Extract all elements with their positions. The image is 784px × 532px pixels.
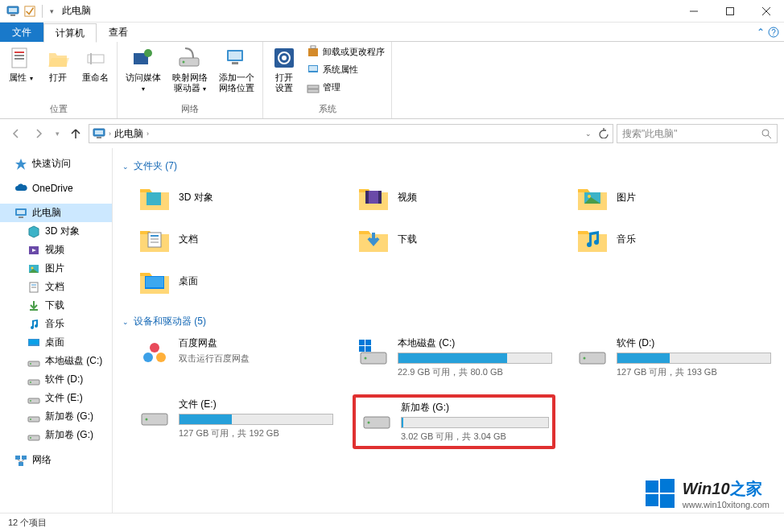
svg-rect-34 [97, 137, 101, 138]
sidebar-item[interactable]: 音乐 [0, 315, 112, 333]
rename-button[interactable]: 重命名 [77, 43, 113, 85]
svg-rect-91 [646, 480, 658, 493]
drive-subtext: 127 GB 可用，共 193 GB [617, 366, 771, 378]
svg-rect-5 [726, 7, 733, 14]
chevron-down-icon: ⌄ [122, 163, 129, 171]
search-input[interactable]: 搜索"此电脑" [617, 124, 778, 143]
folder-icon [575, 223, 610, 255]
properties-button[interactable]: 属性 ▾ [3, 43, 39, 85]
sidebar-item[interactable]: 文档 [0, 278, 112, 296]
folder-item[interactable]: 3D 对象 [134, 178, 336, 217]
svg-rect-84 [365, 346, 371, 352]
sidebar-item-label: 新加卷 (G:) [45, 410, 93, 423]
sidebar-item-label: 桌面 [45, 336, 64, 349]
folder-item[interactable]: 文档 [134, 220, 336, 258]
sidebar-item-network[interactable]: 网络 [0, 451, 112, 469]
tab-computer[interactable]: 计算机 [43, 23, 97, 43]
minimize-button[interactable] [675, 0, 712, 23]
access-media-button[interactable]: 访问媒体▾ [121, 43, 166, 95]
sidebar-item[interactable]: 下载 [0, 296, 112, 315]
drive-subtext: 127 GB 可用，共 192 GB [179, 427, 333, 439]
uninstall-button[interactable]: 卸载或更改程序 [303, 43, 388, 60]
add-network-location-button[interactable]: 添加一个 网络位置 [214, 43, 259, 95]
drive-item[interactable]: 软件 (D:)127 GB 可用，共 193 GB [571, 333, 774, 381]
folder-item[interactable]: 下载 [353, 220, 555, 258]
tab-file[interactable]: 文件 [0, 23, 43, 42]
sidebar-item[interactable]: 3D 对象 [0, 222, 112, 241]
svg-rect-66 [365, 191, 369, 204]
item-icon [27, 392, 40, 405]
svg-rect-70 [148, 233, 161, 247]
drive-name: 文件 (E:) [179, 398, 333, 411]
folder-item[interactable]: 图片 [571, 178, 774, 217]
breadcrumb-thispc[interactable]: 此电脑 [114, 127, 143, 141]
folder-item[interactable]: 桌面 [134, 262, 336, 300]
folder-label: 3D 对象 [179, 191, 213, 204]
navigation-pane: 快速访问 OneDrive 此电脑 3D 对象视频图片文档下载音乐桌面本地磁盘 … [0, 148, 113, 513]
drive-item[interactable]: 文件 (E:)127 GB 可用，共 192 GB [134, 394, 336, 449]
sidebar-item[interactable]: 软件 (D:) [0, 370, 112, 389]
qat-checkbox-icon[interactable] [21, 2, 39, 20]
drive-item[interactable]: 本地磁盘 (C:)22.9 GB 可用，共 80.0 GB [353, 333, 555, 381]
sidebar-item-thispc[interactable]: 此电脑 [0, 204, 112, 222]
sidebar-item[interactable]: 新加卷 (G:) [0, 426, 112, 444]
drive-item[interactable]: 新加卷 (G:)3.02 GB 可用，共 3.04 GB [353, 394, 555, 449]
svg-rect-60 [22, 456, 27, 460]
close-button[interactable] [748, 0, 784, 23]
thispc-icon [14, 207, 27, 220]
svg-point-56 [30, 419, 31, 420]
sidebar-item[interactable]: 文件 (E:) [0, 389, 112, 407]
folder-item[interactable]: 音乐 [571, 220, 774, 258]
sidebar-item[interactable]: 桌面 [0, 333, 112, 352]
item-icon [27, 299, 40, 312]
folder-icon [575, 181, 610, 213]
item-icon [27, 373, 40, 386]
ribbon-tabs: 文件 计算机 查看 ⌃ ? [0, 23, 784, 42]
recent-dropdown[interactable]: ▾ [52, 124, 63, 143]
svg-rect-22 [232, 62, 238, 64]
section-drives-header[interactable]: ⌄ 设备和驱动器 (5) [122, 310, 774, 333]
sidebar-item[interactable]: 新加卷 (G:) [0, 407, 112, 426]
drive-subtext: 3.02 GB 可用，共 3.04 GB [401, 431, 549, 443]
svg-line-63 [21, 460, 24, 462]
ribbon-collapse-button[interactable]: ⌃ ? [752, 23, 784, 42]
tab-view[interactable]: 查看 [97, 23, 140, 42]
sidebar-item-label: 新加卷 (G:) [45, 428, 93, 442]
open-button[interactable]: 打开 [40, 43, 76, 85]
sidebar-item-onedrive[interactable]: OneDrive [0, 179, 112, 197]
sidebar-item-quick-access[interactable]: 快速访问 [0, 155, 112, 173]
folder-icon [137, 181, 172, 213]
system-properties-button[interactable]: 系统属性 [303, 61, 388, 77]
help-icon[interactable]: ? [768, 27, 779, 38]
item-icon [27, 355, 40, 368]
folder-item[interactable]: 视频 [353, 178, 555, 217]
manage-button[interactable]: 管理 [303, 79, 388, 95]
capacity-bar [617, 353, 771, 364]
open-settings-button[interactable]: 打开 设置 [266, 43, 302, 95]
chevron-right-icon[interactable]: › [109, 130, 111, 138]
address-box[interactable]: › 此电脑 › ⌄ [89, 124, 613, 143]
back-button[interactable] [6, 124, 26, 143]
sidebar-item[interactable]: 图片 [0, 259, 112, 278]
svg-rect-75 [146, 277, 163, 287]
section-folders-header[interactable]: ⌄ 文件夹 (7) [122, 155, 774, 178]
item-count: 12 个项目 [8, 517, 47, 529]
svg-point-78 [156, 353, 166, 362]
chevron-right-icon[interactable]: › [146, 130, 149, 138]
refresh-button[interactable] [598, 127, 609, 141]
addr-dropdown-icon[interactable]: ⌄ [585, 130, 592, 138]
item-icon [27, 336, 40, 349]
svg-rect-83 [359, 346, 365, 352]
maximize-button[interactable] [712, 0, 748, 23]
chevron-down-icon: ⌄ [122, 318, 129, 326]
sidebar-item[interactable]: 视频 [0, 241, 112, 259]
drive-item[interactable]: 百度网盘双击运行百度网盘 [134, 333, 336, 381]
up-button[interactable] [66, 124, 85, 143]
svg-line-62 [18, 460, 21, 462]
titlebar: ▾ 此电脑 [0, 0, 784, 23]
sidebar-item[interactable]: 本地磁盘 (C:) [0, 352, 112, 370]
capacity-bar [179, 414, 333, 425]
qat-dropdown-icon[interactable]: ▾ [46, 7, 57, 15]
forward-button[interactable] [29, 124, 48, 143]
map-drive-button[interactable]: 映射网络 驱动器 ▾ [167, 43, 213, 95]
